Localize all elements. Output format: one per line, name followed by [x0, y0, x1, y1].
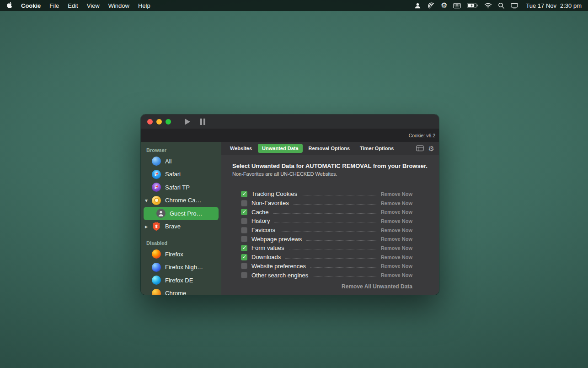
sidebar-item-label: Safari [165, 171, 181, 178]
checkbox-website-preferences[interactable] [241, 263, 247, 269]
checkbox-favicons[interactable] [241, 227, 247, 233]
checkbox-history[interactable] [241, 218, 247, 224]
checkbox-form-values[interactable] [241, 245, 247, 251]
tab-bar: Websites Unwanted Data Removal Options T… [221, 142, 439, 155]
checkbox-tracking-cookies[interactable] [241, 191, 247, 197]
remove-now-button[interactable]: Remove Now [381, 209, 412, 215]
settings-gear-icon[interactable]: ⚙ [428, 145, 434, 152]
checkbox-webpage-previews[interactable] [241, 236, 247, 242]
sidebar-item-safari-tp[interactable]: Safari TP [141, 181, 221, 194]
version-strip: Cookie: v6.2 [141, 129, 439, 142]
remove-now-button[interactable]: Remove Now [381, 227, 412, 233]
display-icon[interactable] [511, 3, 518, 9]
remove-all-unwanted-data-button[interactable]: Remove All Unwanted Data [232, 283, 439, 290]
dotted-leader [313, 276, 376, 277]
menu-help[interactable]: Help [138, 2, 150, 9]
remove-now-button[interactable]: Remove Now [381, 254, 412, 260]
app-menu-title[interactable]: Cookie [21, 2, 41, 9]
list-item: Favicons Remove Now [241, 226, 412, 235]
dotted-leader [285, 258, 376, 259]
remove-now-button[interactable]: Remove Now [381, 191, 412, 197]
close-button[interactable] [147, 119, 153, 124]
sidebar-item-all[interactable]: All [141, 155, 221, 168]
checkbox-non-favorites[interactable] [241, 200, 247, 206]
keyboard-icon[interactable] [453, 3, 461, 9]
sidebar-item-brave[interactable]: ▸ Brave [141, 220, 221, 233]
panel-subheading: Non-Favorites are all UN-CHECKED Website… [232, 171, 439, 177]
dotted-leader [310, 267, 376, 268]
row-label: Website preferences [251, 263, 306, 270]
remove-now-button[interactable]: Remove Now [381, 218, 412, 224]
remove-now-button[interactable]: Remove Now [381, 263, 412, 269]
firefox-nightly-icon [152, 263, 161, 272]
list-item: Form values Remove Now [241, 244, 412, 253]
cookie-window: Cookie: v6.2 Browser All Safari [141, 114, 439, 295]
sidebar-item-safari[interactable]: Safari [141, 168, 221, 181]
signal-waves-icon[interactable] [427, 2, 435, 10]
sidebar-item-firefox[interactable]: Firefox [141, 248, 221, 261]
all-browsers-icon [152, 157, 161, 166]
menu-file[interactable]: File [49, 2, 59, 9]
menu-bar-status: ⚙ Tue 17 Nov 2:30 pm [414, 2, 582, 10]
dotted-leader [289, 249, 376, 249]
checkbox-cache[interactable] [241, 209, 247, 215]
minimize-button[interactable] [156, 119, 162, 124]
tab-websites[interactable]: Websites [226, 144, 256, 153]
remove-now-button[interactable]: Remove Now [381, 200, 412, 206]
desktop: Cookie File Edit View Window Help ⚙ [0, 0, 588, 368]
sidebar-item-guest-profile[interactable]: Guest Pro… [144, 207, 219, 220]
list-item: Website preferences Remove Now [241, 262, 412, 271]
guest-profile-icon [156, 209, 166, 218]
window-body: Browser All Safari Safari TP [141, 142, 439, 295]
menu-clock-date: Tue 17 Nov [526, 2, 556, 9]
sidebar: Browser All Safari Safari TP [141, 142, 221, 295]
sidebar-item-label: Safari TP [165, 184, 190, 191]
sidebar-item-label: Chrome [165, 290, 186, 295]
menu-view[interactable]: View [87, 2, 100, 9]
menu-window[interactable]: Window [108, 2, 129, 9]
remove-now-button[interactable]: Remove Now [381, 236, 412, 242]
sidebar-item-chrome[interactable]: Chrome [141, 287, 221, 295]
sidebar-item-label: Firefox Nigh… [165, 264, 203, 271]
user-icon[interactable] [414, 2, 421, 9]
row-label: Cache [251, 209, 269, 216]
start-removal-button[interactable] [185, 119, 190, 125]
battery-icon[interactable] [467, 3, 478, 8]
tab-unwanted-data[interactable]: Unwanted Data [258, 144, 302, 153]
wifi-icon[interactable] [484, 3, 492, 9]
sidebar-item-chrome-canary[interactable]: ▾ Chrome Ca… [141, 194, 221, 207]
dotted-leader [306, 240, 376, 241]
zoom-button[interactable] [166, 119, 171, 124]
chevron-down-icon[interactable]: ▾ [145, 197, 148, 204]
list-item: History Remove Now [241, 216, 412, 226]
dotted-leader [273, 213, 376, 214]
checkbox-other-search-engines[interactable] [241, 272, 247, 278]
website-list-icon[interactable] [416, 145, 424, 152]
row-label: History [251, 217, 270, 224]
menu-bar-left: Cookie File Edit View Window Help [6, 1, 159, 10]
gear-icon[interactable]: ⚙ [441, 2, 447, 9]
chrome-canary-icon [152, 196, 161, 205]
sidebar-item-firefox-nightly[interactable]: Firefox Nigh… [141, 261, 221, 274]
menu-clock-time: 2:30 pm [560, 2, 582, 9]
row-label: Webpage previews [251, 236, 302, 243]
safari-icon [152, 170, 161, 179]
search-icon[interactable] [498, 2, 505, 9]
apple-menu[interactable] [6, 1, 13, 10]
tab-removal-options[interactable]: Removal Options [305, 144, 354, 153]
sidebar-item-label: All [165, 158, 171, 165]
menu-bar-clock[interactable]: Tue 17 Nov 2:30 pm [526, 2, 582, 9]
remove-now-button[interactable]: Remove Now [381, 245, 412, 251]
window-titlebar[interactable] [141, 114, 439, 129]
sidebar-item-label: Firefox DE [165, 277, 193, 284]
checkbox-downloads[interactable] [241, 254, 247, 260]
menu-edit[interactable]: Edit [68, 2, 78, 9]
list-item: Non-Favorites Remove Now [241, 199, 412, 208]
pause-removal-button[interactable] [200, 119, 205, 125]
tab-timer-options[interactable]: Timer Options [356, 144, 398, 153]
sidebar-item-firefox-de[interactable]: Firefox DE [141, 274, 221, 287]
dotted-leader [280, 231, 376, 232]
remove-now-button[interactable]: Remove Now [381, 272, 412, 278]
unwanted-data-panel: Select Unwanted Data for AUTOMATIC REMOV… [221, 155, 439, 295]
chevron-right-icon[interactable]: ▸ [145, 223, 148, 230]
